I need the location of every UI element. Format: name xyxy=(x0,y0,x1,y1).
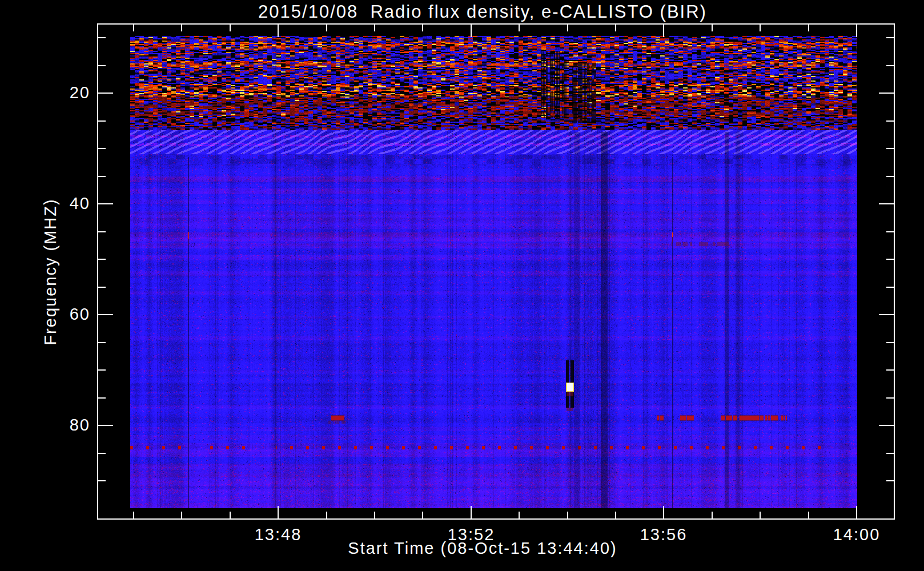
x-axis-minor-tick xyxy=(808,512,809,518)
x-axis-minor-tick xyxy=(374,512,375,518)
x-axis-major-tick xyxy=(663,506,664,518)
x-axis-minor-tick xyxy=(326,512,327,518)
x-axis-minor-tick-top xyxy=(712,25,713,31)
x-axis-minor-tick-top xyxy=(230,25,231,31)
x-axis-minor-tick xyxy=(760,512,761,518)
y-axis-minor-tick-right xyxy=(886,369,894,371)
y-axis-minor-tick xyxy=(98,148,106,149)
y-axis-minor-tick xyxy=(98,453,106,454)
x-axis-major-tick xyxy=(856,506,857,518)
y-axis-minor-tick xyxy=(98,259,106,260)
x-tick-label: 13:56 xyxy=(624,525,704,544)
x-axis-major-tick-top xyxy=(663,25,664,37)
x-axis-minor-tick xyxy=(567,512,568,518)
y-axis-minor-tick xyxy=(98,480,106,481)
y-axis-minor-tick-right xyxy=(886,231,894,232)
x-axis-minor-tick xyxy=(181,512,182,518)
x-axis-minor-tick xyxy=(615,512,616,518)
y-axis-minor-tick-right xyxy=(886,37,894,38)
x-axis-major-tick-top xyxy=(278,25,279,37)
y-axis-minor-tick-right xyxy=(886,480,894,481)
x-axis-major-tick-top xyxy=(471,25,472,37)
y-axis-major-tick xyxy=(98,314,113,315)
y-axis-major-tick-right xyxy=(879,203,894,204)
y-axis-minor-tick xyxy=(98,37,106,38)
x-axis-minor-tick xyxy=(133,512,134,518)
y-axis-minor-tick xyxy=(98,120,106,122)
y-axis-minor-tick xyxy=(98,397,106,399)
spectrogram-figure: 2015/10/08 Radio flux density, e-CALLIST… xyxy=(0,0,924,571)
y-axis-major-tick xyxy=(98,93,113,94)
x-axis-minor-tick xyxy=(230,512,231,518)
x-axis-minor-tick-top xyxy=(567,25,568,31)
x-axis-major-tick xyxy=(471,506,472,518)
y-tick-label: 40 xyxy=(51,194,90,213)
x-tick-label: 13:52 xyxy=(431,525,511,544)
x-axis-minor-tick-top xyxy=(374,25,375,31)
x-axis-major-tick-top xyxy=(856,25,857,37)
y-axis-major-tick xyxy=(98,203,113,204)
y-axis-minor-tick xyxy=(98,342,106,343)
y-tick-label: 60 xyxy=(51,305,90,324)
plot-frame xyxy=(97,23,895,520)
y-axis-minor-tick-right xyxy=(886,453,894,454)
x-axis-minor-tick-top xyxy=(519,25,520,31)
x-axis-minor-tick-top xyxy=(181,25,182,31)
y-tick-label: 20 xyxy=(51,83,90,102)
x-tick-label: 14:00 xyxy=(817,525,897,544)
x-axis-minor-tick xyxy=(712,512,713,518)
y-axis-minor-tick-right xyxy=(886,120,894,122)
y-axis-minor-tick-right xyxy=(886,148,894,149)
y-axis-major-tick-right xyxy=(879,314,894,315)
y-axis-minor-tick-right xyxy=(886,176,894,177)
y-axis-minor-tick-right xyxy=(886,65,894,66)
y-axis-minor-tick xyxy=(98,287,106,288)
y-axis-major-tick xyxy=(98,425,113,426)
x-axis-minor-tick-top xyxy=(422,25,423,31)
y-axis-minor-tick xyxy=(98,231,106,232)
x-tick-label: 13:48 xyxy=(238,525,318,544)
y-axis-minor-tick-right xyxy=(886,342,894,343)
y-axis-minor-tick xyxy=(98,369,106,371)
x-axis-minor-tick-top xyxy=(760,25,761,31)
y-axis-minor-tick-right xyxy=(886,397,894,399)
x-axis-minor-tick xyxy=(422,512,423,518)
x-axis-minor-tick-top xyxy=(808,25,809,31)
x-axis-major-tick xyxy=(278,506,279,518)
y-axis-minor-tick xyxy=(98,65,106,66)
y-axis-minor-tick-right xyxy=(886,287,894,288)
x-axis-minor-tick xyxy=(519,512,520,518)
y-tick-label: 80 xyxy=(51,416,90,435)
x-axis-minor-tick-top xyxy=(615,25,616,31)
y-axis-minor-tick-right xyxy=(886,259,894,260)
y-axis-major-tick-right xyxy=(879,425,894,426)
x-axis-minor-tick-top xyxy=(326,25,327,31)
chart-title: 2015/10/08 Radio flux density, e-CALLIST… xyxy=(83,2,882,22)
y-axis-minor-tick xyxy=(98,176,106,177)
y-axis-major-tick-right xyxy=(879,93,894,94)
x-axis-minor-tick-top xyxy=(133,25,134,31)
